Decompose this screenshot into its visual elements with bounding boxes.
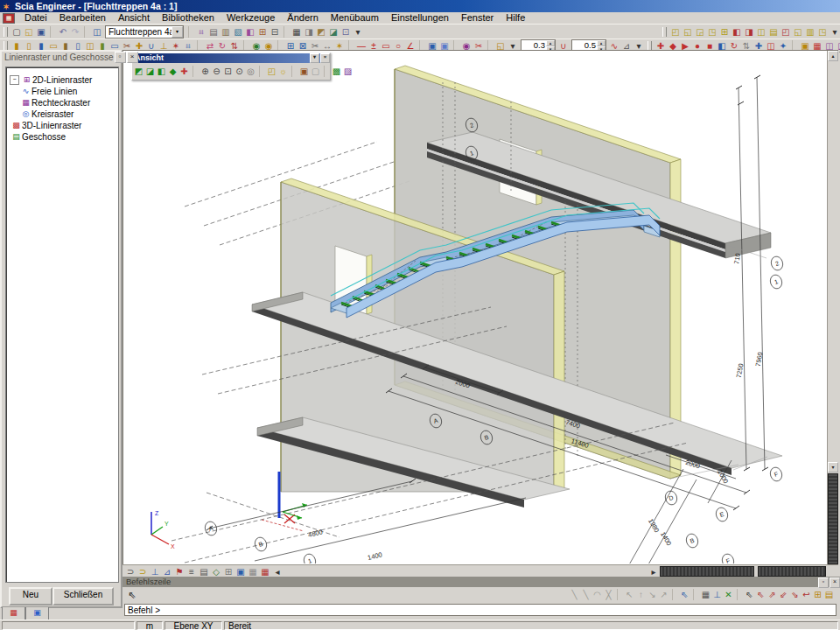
zoom-in-icon[interactable]: ⊕: [200, 66, 211, 77]
select-table-icon[interactable]: ▤: [823, 589, 835, 600]
display-option-12-icon[interactable]: ▥: [804, 26, 816, 38]
command-pin-icon[interactable]: ▫: [818, 578, 829, 588]
wireframe-icon[interactable]: ▨: [342, 66, 354, 77]
snap-line-icon[interactable]: ╲: [569, 589, 580, 600]
view-side-icon[interactable]: ◧: [156, 66, 167, 77]
zoom-selection-icon[interactable]: ◎: [245, 66, 256, 77]
grid-red-icon[interactable]: ▦: [259, 566, 271, 578]
status-unit[interactable]: m: [136, 621, 163, 630]
snap-ortho-icon[interactable]: ⊥: [711, 589, 723, 600]
command-close-icon[interactable]: ×: [830, 578, 840, 588]
link-active-icon[interactable]: ⊃: [136, 566, 149, 578]
snap-off-icon[interactable]: ✕: [723, 589, 734, 600]
display-option-6-icon[interactable]: ◧: [731, 26, 743, 38]
select-lasso-icon[interactable]: ↩: [801, 589, 812, 600]
cursor-snap-icon[interactable]: ⇖: [679, 589, 690, 600]
menu-item-1[interactable]: Bearbeiten: [53, 12, 112, 24]
combobox-dropdown-icon[interactable]: ▾: [172, 26, 183, 38]
display-option-1-icon[interactable]: ◰: [669, 26, 682, 38]
gallery-icon[interactable]: ◩: [315, 26, 327, 38]
tree-item-freie-linien[interactable]: ∿ Freie Linien: [6, 86, 118, 97]
horizontal-scrollbar-thumb-2[interactable]: [758, 566, 826, 577]
ansicht-floating-toolbar[interactable]: Ansicht ▾ × ◩◪◧◆✚⊕⊖⊡⊙◎◰☼▣▢▩▨: [131, 52, 331, 80]
command-title-bar[interactable]: Befehlszeile ▫ ×: [122, 577, 840, 587]
status-plane[interactable]: Ebene XY: [164, 621, 222, 630]
clipping-box-icon[interactable]: ◰: [266, 66, 277, 77]
view-top-icon[interactable]: ◩: [133, 66, 144, 77]
tree-item-2d-linienraster[interactable]: − ⊞ 2D-Linienraster: [6, 74, 118, 86]
axis-rotate-icon[interactable]: ✚: [178, 66, 190, 77]
spin-up-icon[interactable]: ▴: [546, 40, 555, 46]
document-icon[interactable]: ◪: [327, 26, 340, 38]
scroll-up-icon[interactable]: ▴: [828, 51, 838, 61]
snap-grid-icon[interactable]: ▦: [700, 589, 711, 600]
display-option-5-icon[interactable]: ⊞: [718, 26, 731, 38]
undo-icon[interactable]: ↶: [57, 26, 69, 38]
select-poly-icon[interactable]: ⇘: [789, 589, 801, 600]
toolbar-grip[interactable]: [4, 27, 8, 37]
link-icon[interactable]: ⊃: [124, 566, 136, 578]
toolbar-grip[interactable]: [648, 41, 652, 51]
calculator-icon[interactable]: ▥: [220, 26, 232, 38]
menu-item-7[interactable]: Einstellungen: [385, 12, 455, 24]
print-icon[interactable]: ▦: [290, 26, 303, 38]
toolbar-overflow-4-icon[interactable]: ▾: [829, 26, 840, 38]
schliessen-button[interactable]: Schließen: [52, 587, 114, 606]
menu-item-8[interactable]: Fenster: [455, 12, 500, 24]
view-front-icon[interactable]: ◪: [144, 66, 156, 77]
catalog-icon[interactable]: ⌗: [195, 26, 207, 38]
display-option-2-icon[interactable]: ◱: [682, 26, 694, 38]
display-option-13-icon[interactable]: ◳: [816, 26, 829, 38]
zoom-all-icon[interactable]: ⊙: [234, 66, 245, 77]
horizontal-scrollbar-thumb-1[interactable]: [660, 566, 754, 577]
render-icon[interactable]: ▦: [247, 566, 259, 578]
tree-item-geschosse[interactable]: ▤ Geschosse: [6, 131, 118, 143]
panel-close-icon[interactable]: ×: [127, 52, 138, 63]
pin-icon[interactable]: ▫: [115, 52, 126, 63]
view-box-icon[interactable]: ▣: [234, 566, 247, 578]
flag-icon[interactable]: ⚑: [173, 566, 186, 578]
panel-tab-window[interactable]: ▣: [25, 607, 49, 620]
panel-title-bar[interactable]: Linienraster und Geschosse ▫ ×: [2, 52, 121, 64]
ansicht-title-bar[interactable]: Ansicht ▾ ×: [132, 53, 330, 63]
redo-icon[interactable]: ↷: [69, 26, 81, 38]
open-project-icon[interactable]: ◱: [23, 26, 35, 38]
activity-icon[interactable]: ⊞: [256, 26, 269, 38]
display-option-10-icon[interactable]: ◰: [780, 26, 792, 38]
menu-item-5[interactable]: Ändern: [281, 12, 324, 24]
snap-mid-icon[interactable]: ↑: [635, 589, 647, 600]
ansicht-close-icon[interactable]: ×: [320, 53, 330, 63]
select-node-icon[interactable]: ⇖: [755, 589, 766, 600]
neu-button[interactable]: Neu: [9, 587, 52, 606]
spin-up-icon[interactable]: ▴: [597, 40, 606, 46]
mesh-setup-icon[interactable]: ▧: [232, 26, 244, 38]
menu-item-6[interactable]: Menübaum: [325, 12, 385, 24]
tree-item-rechteckraster[interactable]: ▦ Rechteckraster: [6, 97, 118, 108]
display-option-7-icon[interactable]: ◨: [743, 26, 755, 38]
toolbar-grip[interactable]: [662, 27, 667, 37]
export-image-icon[interactable]: ⊡: [340, 26, 352, 38]
vertical-scrollbar-thumb[interactable]: [828, 473, 838, 564]
select-surface-icon[interactable]: ⇙: [778, 589, 789, 600]
toolbar-overflow-1-icon[interactable]: ▾: [352, 26, 364, 38]
tree-item-3d-linienraster[interactable]: ▩ 3D-Linienraster: [6, 120, 118, 131]
text-abc-icon[interactable]: ≡: [186, 566, 198, 578]
scroll-left-icon[interactable]: ◂: [271, 566, 284, 578]
table-input-icon[interactable]: ⊟: [269, 26, 281, 38]
menu-item-9[interactable]: Hilfe: [500, 12, 531, 24]
project-combobox[interactable]: Fluchttreppen 4a ▾: [105, 25, 184, 38]
print-preview-icon[interactable]: ◨: [303, 26, 315, 38]
ucs-icon[interactable]: ⊥: [149, 566, 161, 578]
menu-item-2[interactable]: Ansicht: [112, 12, 156, 24]
menu-item-3[interactable]: Bibliotheken: [156, 12, 220, 24]
snap-tan-icon[interactable]: ↗: [658, 589, 669, 600]
light-icon[interactable]: ☼: [277, 66, 289, 77]
select-member-icon[interactable]: ⇗: [766, 589, 778, 600]
snap-arc-icon[interactable]: ◠: [592, 589, 603, 600]
select-add-icon[interactable]: ⊞: [812, 589, 823, 600]
view-params-locked-icon[interactable]: ▢: [310, 66, 321, 77]
save-project-icon[interactable]: ▣: [35, 26, 47, 38]
snap-line-mid-icon[interactable]: ╲: [580, 589, 592, 600]
layers-icon[interactable]: ◧: [244, 26, 256, 38]
snap-end-icon[interactable]: ↖: [624, 589, 635, 600]
